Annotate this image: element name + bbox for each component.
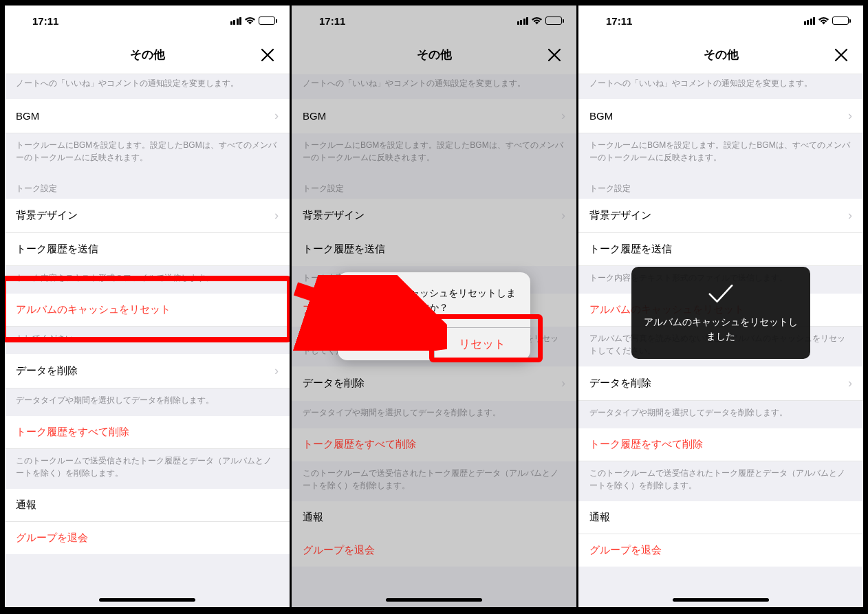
- battery-icon: [545, 17, 564, 25]
- leave-group-row[interactable]: グループを退会: [5, 522, 290, 554]
- notes-notification-desc: ノートへの「いいね」やコメントの通知設定を変更します。: [292, 74, 576, 99]
- bgm-label: BGM: [303, 110, 326, 122]
- alert-buttons: キャンセル リセット: [338, 327, 530, 360]
- wifi-icon: [818, 17, 829, 25]
- background-design-row[interactable]: 背景デザイン ›: [5, 199, 290, 233]
- delete-all-history-label: トーク履歴をすべて削除: [16, 426, 129, 439]
- bgm-label: BGM: [16, 110, 39, 122]
- cellular-signal-icon: [804, 17, 816, 25]
- leave-group-label: グループを退会: [303, 544, 375, 557]
- status-time: 17:11: [32, 15, 58, 27]
- home-indicator: [99, 598, 195, 602]
- cellular-signal-icon: [230, 17, 242, 25]
- chevron-right-icon: ›: [848, 109, 852, 123]
- status-icons: [804, 17, 851, 25]
- talk-settings-section: トーク設定: [292, 173, 576, 199]
- chevron-right-icon: ›: [848, 208, 852, 223]
- delete-all-history-desc: このトークルームで送受信されたトーク履歴とデータ（アルバムとノートを除く）を削除…: [292, 461, 576, 501]
- delete-data-desc: データタイプや期間を選択してデータを削除します。: [5, 388, 290, 416]
- reset-cache-label: アルバムのキャッシュをリセット: [16, 303, 171, 316]
- battery-icon: [832, 17, 851, 25]
- background-label: 背景デザイン: [303, 209, 365, 222]
- leave-group-row[interactable]: グループを退会: [292, 534, 576, 567]
- leave-group-row[interactable]: グループを退会: [578, 534, 863, 567]
- leave-group-label: グループを退会: [16, 531, 88, 545]
- delete-all-history-label: トーク履歴をすべて削除: [589, 438, 703, 451]
- send-history-label: トーク履歴を送信: [16, 243, 98, 256]
- report-row[interactable]: 通報: [5, 489, 290, 522]
- chevron-right-icon: ›: [848, 376, 852, 391]
- phone-screen-2: 17:11 その他 ノートへの「いいね」やコメントの通知設定を変更します。 BG…: [292, 6, 576, 607]
- delete-all-history-row[interactable]: トーク履歴をすべて削除: [5, 416, 290, 449]
- battery-icon: [259, 17, 277, 25]
- phone-screen-3: 17:11 その他 ノートへの「いいね」やコメントの通知設定を変更します。 BG…: [578, 6, 863, 607]
- close-button[interactable]: [827, 41, 855, 69]
- bgm-row[interactable]: BGM ›: [292, 99, 576, 133]
- send-history-desc: トーク内容をテキスト形式のファイルで送信します。: [5, 266, 290, 294]
- notes-notification-desc: ノートへの「いいね」やコメントの通知設定を変更します。: [578, 74, 863, 99]
- report-label: 通報: [16, 498, 36, 512]
- chevron-right-icon: ›: [561, 208, 565, 223]
- delete-data-label: データを削除: [16, 364, 78, 377]
- background-design-row[interactable]: 背景デザイン ›: [292, 199, 576, 233]
- delete-data-desc: データタイプや期間を選択してデータを削除します。: [292, 401, 576, 428]
- nav-header: その他: [578, 36, 863, 74]
- bgm-desc: トークルームにBGMを設定します。設定したBGMは、すべてのメンバーのトークルー…: [578, 133, 863, 173]
- send-history-row[interactable]: トーク履歴を送信: [578, 233, 863, 266]
- report-row[interactable]: 通報: [578, 501, 863, 534]
- bgm-label: BGM: [589, 110, 613, 122]
- delete-all-history-desc: このトークルームで送受信されたトーク履歴とデータ（アルバムとノートを除く）を削除…: [578, 461, 863, 501]
- alert-title: アルバムのキャッシュをリセットしますか？: [338, 272, 530, 327]
- delete-all-history-desc: このトークルームで送受信されたトーク履歴とデータ（アルバムとノートを除く）を削除…: [5, 449, 290, 489]
- delete-data-row[interactable]: データを削除 ›: [292, 366, 576, 401]
- chevron-right-icon: ›: [561, 109, 565, 123]
- notes-notification-desc: ノートへの「いいね」やコメントの通知設定を変更します。: [5, 74, 290, 99]
- delete-data-row[interactable]: データを削除 ›: [578, 366, 863, 401]
- wifi-icon: [244, 17, 256, 25]
- talk-settings-section: トーク設定: [5, 173, 290, 199]
- chevron-right-icon: ›: [274, 109, 279, 123]
- reset-album-cache-row[interactable]: アルバムのキャッシュをリセット: [5, 294, 290, 327]
- cancel-button[interactable]: キャンセル: [338, 328, 435, 360]
- status-icons: [230, 17, 278, 25]
- status-bar: 17:11: [578, 6, 863, 36]
- status-icons: [517, 17, 565, 25]
- toast-confirmation: アルバムのキャッシュをリセットしました: [631, 267, 810, 359]
- talk-settings-section: トーク設定: [578, 173, 863, 199]
- status-bar: 17:11: [292, 6, 576, 36]
- report-label: 通報: [589, 511, 610, 524]
- status-time: 17:11: [319, 15, 345, 27]
- bgm-row[interactable]: BGM ›: [5, 99, 290, 133]
- background-label: 背景デザイン: [16, 209, 78, 222]
- delete-data-label: データを削除: [589, 377, 651, 390]
- leave-group-label: グループを退会: [589, 544, 662, 557]
- send-history-row[interactable]: トーク履歴を送信: [292, 233, 576, 266]
- send-history-label: トーク履歴を送信: [303, 243, 385, 256]
- chevron-right-icon: ›: [561, 376, 565, 391]
- nav-header: その他: [292, 36, 576, 74]
- confirmation-alert: アルバムのキャッシュをリセットしますか？ キャンセル リセット: [338, 272, 530, 360]
- reset-cache-desc: トしてください。: [5, 327, 290, 354]
- page-title: その他: [704, 47, 739, 63]
- bgm-desc: トークルームにBGMを設定します。設定したBGMは、すべてのメンバーのトークルー…: [292, 133, 576, 173]
- delete-all-history-row[interactable]: トーク履歴をすべて削除: [578, 428, 863, 461]
- chevron-right-icon: ›: [274, 364, 279, 378]
- close-button[interactable]: [541, 41, 568, 69]
- home-indicator: [673, 598, 769, 602]
- close-button[interactable]: [254, 41, 281, 69]
- background-design-row[interactable]: 背景デザイン ›: [578, 199, 863, 233]
- report-row[interactable]: 通報: [292, 501, 576, 534]
- toast-text: アルバムのキャッシュをリセットしました: [644, 315, 798, 344]
- send-history-row[interactable]: トーク履歴を送信: [5, 233, 290, 266]
- page-title: その他: [130, 47, 165, 63]
- close-icon: [260, 47, 275, 63]
- bgm-row[interactable]: BGM ›: [578, 99, 863, 133]
- wifi-icon: [531, 17, 543, 25]
- delete-all-history-row[interactable]: トーク履歴をすべて削除: [292, 428, 576, 461]
- delete-data-row[interactable]: データを削除 ›: [5, 354, 290, 388]
- delete-all-history-label: トーク履歴をすべて削除: [303, 438, 416, 451]
- delete-data-label: データを削除: [303, 377, 365, 390]
- reset-confirm-button[interactable]: リセット: [435, 328, 531, 360]
- chevron-right-icon: ›: [274, 208, 279, 223]
- cellular-signal-icon: [517, 17, 529, 25]
